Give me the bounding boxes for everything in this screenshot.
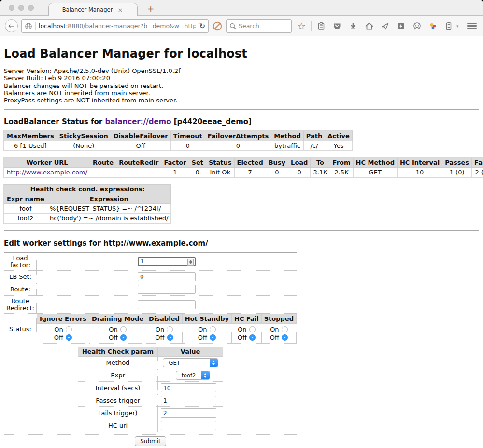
- hc-row-fails: Fails trigger): [78, 407, 223, 419]
- radio-stopped-on[interactable]: [282, 326, 288, 332]
- route-input[interactable]: [138, 285, 196, 294]
- home-icon: [365, 22, 374, 30]
- lb-set-label: LB Set:: [4, 271, 37, 283]
- expr-select[interactable]: foof2: [176, 371, 210, 380]
- form-row-route: Route:: [4, 283, 297, 296]
- col-hot-standby: Hot Standby: [182, 314, 231, 324]
- val-method: bytraffic: [271, 141, 303, 151]
- radio-disabled-on[interactable]: [167, 326, 173, 332]
- lb-set-input[interactable]: [138, 272, 196, 281]
- on-label: On: [156, 325, 164, 333]
- save-page-button[interactable]: [395, 19, 407, 32]
- back-button[interactable]: ←: [5, 19, 18, 32]
- window-close-button[interactable]: [9, 5, 14, 11]
- val-set: 0: [189, 168, 206, 177]
- load-factor-input[interactable]: [138, 257, 196, 266]
- method-select[interactable]: GET: [163, 358, 218, 367]
- address-bar[interactable]: localhost:8880/balancer-manager?b=demo&w…: [21, 19, 209, 33]
- status-table: Ignore Errors Draining Mode Disabled Hot…: [37, 314, 297, 344]
- new-tab-button[interactable]: +: [144, 4, 157, 15]
- status-header-row: Ignore Errors Draining Mode Disabled Hot…: [37, 314, 297, 324]
- hc-uri-input[interactable]: [161, 421, 216, 430]
- col-expr-name: Expr name: [4, 194, 47, 204]
- col-stopped: Stopped: [261, 314, 296, 324]
- col-route: Route: [90, 158, 116, 168]
- bookmark-button[interactable]: ☆: [295, 19, 308, 32]
- route-redirect-input[interactable]: [138, 300, 196, 309]
- radio-hc-fail-on[interactable]: [249, 326, 256, 332]
- col-routeredir: RouteRedir: [116, 158, 161, 168]
- square-download-icon: [397, 22, 405, 30]
- radio-draining-mode-off[interactable]: [120, 334, 127, 341]
- radio-hot-standby-on[interactable]: [210, 326, 216, 332]
- back-icon: ←: [8, 21, 14, 30]
- form-row-status: Status: Ignore Errors Draining Mode Disa…: [4, 314, 297, 344]
- page-title: Load Balancer Manager for localhost: [4, 36, 479, 60]
- status-col-disabled: On Off: [146, 324, 183, 344]
- tab-close-icon[interactable]: ×: [116, 7, 124, 13]
- expr-row: foof2 hc('body') =~ /domain is establish…: [4, 214, 171, 223]
- col-fails: Fails: [472, 158, 483, 168]
- off-label: Off: [198, 333, 207, 342]
- balancer-heading-prefix: LoadBalancer Status for: [4, 117, 105, 126]
- radio-ignore-errors-off[interactable]: [66, 334, 72, 341]
- passes-input[interactable]: [161, 396, 216, 405]
- expr-select-value: foof2: [176, 371, 201, 379]
- overflow-caret-icon[interactable]: ▾: [456, 24, 459, 29]
- on-label: On: [109, 325, 117, 333]
- home-button[interactable]: [363, 19, 375, 32]
- reload-icon[interactable]: ↻: [199, 22, 205, 30]
- col-disabled: Disabled: [146, 314, 183, 324]
- balancer-demo-link[interactable]: balancer://demo: [105, 117, 171, 126]
- menu-button[interactable]: [466, 19, 478, 32]
- extension-colors-button[interactable]: [426, 19, 439, 32]
- col-from: From: [330, 158, 353, 168]
- tile-tabs-button[interactable]: [482, 19, 483, 32]
- adblock-icon[interactable]: [212, 21, 223, 31]
- val-busy: 0: [266, 168, 288, 177]
- radio-draining-mode-on[interactable]: [120, 326, 127, 332]
- health-check-table: Health Check param Value Method GET: [78, 347, 223, 432]
- battery-icon: [445, 21, 452, 30]
- radio-hc-fail-off[interactable]: [249, 334, 256, 341]
- radio-stopped-off[interactable]: [282, 334, 288, 341]
- val-routeredir: [116, 168, 161, 177]
- window-zoom-button[interactable]: [28, 5, 34, 11]
- on-label: On: [238, 325, 246, 333]
- col-hc-value: Value: [158, 347, 223, 357]
- pocket-button[interactable]: [331, 19, 343, 32]
- feedback-button[interactable]: [411, 19, 423, 32]
- fails-input[interactable]: [161, 408, 216, 418]
- search-bar[interactable]: [226, 19, 292, 33]
- send-tab-button[interactable]: [379, 19, 391, 32]
- url-text[interactable]: localhost:8880/balancer-manager?b=demo&w…: [39, 22, 196, 29]
- val-passes: 1 (0): [442, 168, 472, 177]
- form-row-load-factor: Load factor:: [4, 253, 297, 271]
- downloads-button[interactable]: [347, 19, 359, 32]
- radio-hot-standby-off[interactable]: [210, 334, 216, 341]
- url-host: localhost: [39, 22, 66, 29]
- tab-balancer-manager[interactable]: Balancer Manager ×: [48, 3, 138, 16]
- radio-disabled-off[interactable]: [167, 334, 173, 341]
- bookmarks-menu-button[interactable]: [315, 19, 327, 32]
- submit-button[interactable]: Submit: [135, 436, 166, 446]
- hc-expr-label: Expr: [78, 369, 157, 382]
- server-version: Server Version: Apache/2.5.0-dev (Unix) …: [4, 67, 479, 74]
- balancer-header-row: MaxMembers StickySession DisableFailover…: [4, 131, 353, 141]
- interval-input[interactable]: [161, 383, 216, 392]
- number-spinner-icon[interactable]: [187, 259, 194, 266]
- search-input[interactable]: [239, 22, 282, 29]
- expr-value-foof: %{REQUEST_STATUS} =~ /^[234]/: [47, 204, 171, 214]
- val-disablefailover: Off: [111, 141, 170, 151]
- hc-row-expr: Expr foof2: [78, 369, 223, 382]
- off-label: Off: [155, 333, 164, 342]
- window-minimize-button[interactable]: [18, 5, 24, 11]
- color-dots-icon: [428, 22, 437, 30]
- worker-url-link[interactable]: http://www.example.com/: [7, 169, 87, 176]
- hc-row-interval: Interval (secs): [78, 382, 223, 394]
- radio-ignore-errors-on[interactable]: [66, 326, 72, 332]
- val-stickysession: (None): [57, 141, 111, 151]
- form-row-health-check: Health Check param Value Method GET: [4, 344, 297, 435]
- col-maxmembers: MaxMembers: [4, 131, 57, 141]
- battery-extension-button[interactable]: [442, 19, 455, 32]
